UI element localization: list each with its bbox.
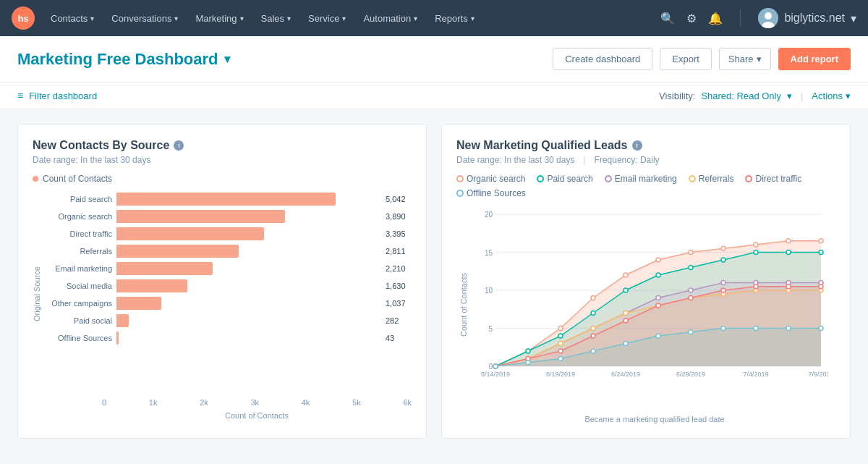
bar-chart-inner: Paid search 5,042 Organic search 3,890 D… — [47, 193, 412, 395]
notifications-icon[interactable]: 🔔 — [708, 12, 723, 25]
bar-fill — [116, 193, 336, 206]
nav-automation[interactable]: Automation▾ — [356, 0, 425, 36]
bar-label: Referrals — [47, 247, 112, 256]
svg-text:6/24/2019: 6/24/2019 — [611, 371, 640, 378]
dashboard-content: New Contacts By Source i Date range: In … — [0, 109, 868, 453]
filter-dashboard-button[interactable]: ≡ Filter dashboard — [17, 90, 97, 101]
bar-track — [116, 210, 377, 223]
svg-point-56 — [558, 342, 563, 346]
bar-fill — [116, 245, 239, 258]
svg-point-69 — [624, 319, 628, 323]
svg-point-75 — [819, 284, 823, 289]
svg-text:7/9/2019: 7/9/2019 — [808, 371, 828, 378]
search-icon[interactable]: 🔍 — [660, 12, 675, 25]
bar-x-tick: 4k — [302, 398, 310, 407]
svg-point-50 — [721, 281, 726, 285]
actions-button[interactable]: Actions ▾ — [812, 90, 851, 101]
svg-point-85 — [786, 326, 791, 331]
bar-fill — [116, 210, 285, 223]
legend-item: Direct traffic — [745, 174, 801, 184]
svg-point-78 — [558, 357, 563, 361]
svg-point-36 — [624, 288, 628, 292]
svg-point-71 — [689, 296, 693, 300]
bar-chart-info-icon[interactable]: i — [174, 140, 184, 151]
bar-chart-subtitle: Date range: In the last 30 days — [33, 155, 412, 165]
top-navigation: hs Contacts▾ Conversations▾ Marketing▾ S… — [0, 0, 868, 36]
bar-x-tick: 1k — [149, 398, 158, 407]
filter-bar: ≡ Filter dashboard Visibility: Shared: R… — [0, 83, 868, 109]
svg-point-81 — [656, 334, 660, 338]
svg-point-37 — [656, 273, 660, 277]
svg-text:10: 10 — [485, 287, 493, 295]
line-chart-legend: Organic searchPaid searchEmail marketing… — [456, 174, 835, 198]
svg-point-58 — [624, 311, 628, 316]
nav-sales[interactable]: Sales▾ — [254, 0, 299, 36]
bar-x-tick: 2k — [200, 398, 208, 407]
line-chart-title: New Marketing Qualified Leads i — [456, 139, 835, 152]
share-button[interactable]: Share ▾ — [719, 48, 771, 70]
svg-text:5: 5 — [488, 325, 493, 333]
export-button[interactable]: Export — [660, 48, 712, 70]
page-title: Marketing Free Dashboard — [17, 50, 218, 69]
bar-value: 282 — [386, 316, 412, 325]
title-dropdown-icon[interactable]: ▾ — [224, 52, 230, 66]
legend-label: Direct traffic — [755, 174, 801, 184]
legend-circle — [537, 175, 544, 182]
bar-track — [116, 332, 377, 345]
nav-utility-icons: 🔍 ⚙ 🔔 biglytics.net ▾ — [660, 8, 856, 28]
nav-conversations[interactable]: Conversations▾ — [104, 0, 185, 36]
svg-text:15: 15 — [485, 249, 493, 257]
visibility-value[interactable]: Shared: Read Only — [701, 90, 781, 101]
svg-text:0: 0 — [488, 363, 493, 371]
user-chevron-icon: ▾ — [851, 12, 856, 25]
settings-icon[interactable]: ⚙ — [686, 12, 697, 25]
nav-contacts[interactable]: Contacts▾ — [43, 0, 101, 36]
bar-x-axis-ticks: 01k2k3k4k5k6k — [102, 398, 412, 407]
legend-label: Offline Sources — [467, 188, 526, 198]
nav-user-menu[interactable]: biglytics.net ▾ — [758, 8, 856, 28]
bar-legend-dot — [33, 176, 38, 182]
bar-row: Organic search 3,890 — [47, 210, 412, 223]
line-y-axis-label: Count of Contacts — [456, 207, 471, 402]
svg-point-73 — [754, 284, 758, 289]
svg-point-70 — [656, 303, 660, 308]
svg-point-74 — [786, 284, 791, 289]
svg-point-68 — [591, 334, 595, 338]
bar-fill — [116, 314, 129, 327]
bar-row: Other campaigns 1,037 — [47, 297, 412, 310]
line-chart-info-icon[interactable]: i — [632, 140, 642, 151]
hubspot-logo[interactable]: hs — [12, 7, 35, 30]
svg-text:7/4/2019: 7/4/2019 — [743, 371, 768, 378]
legend-label: Organic search — [467, 174, 525, 184]
nav-reports[interactable]: Reports▾ — [427, 0, 482, 36]
svg-point-25 — [624, 273, 628, 277]
svg-text:6/14/2019: 6/14/2019 — [481, 371, 510, 378]
bar-label: Paid social — [47, 316, 112, 325]
nav-service[interactable]: Service▾ — [301, 0, 353, 36]
line-chart-subtitle: Date range: In the last 30 days | Freque… — [456, 155, 835, 165]
legend-label: Referrals — [699, 174, 734, 184]
bar-label: Organic search — [47, 212, 112, 221]
bar-value: 1,037 — [386, 299, 412, 308]
legend-circle — [745, 175, 752, 182]
bar-fill — [116, 279, 187, 292]
create-dashboard-button[interactable]: Create dashboard — [553, 48, 652, 70]
legend-item: Email marketing — [605, 174, 677, 184]
header-actions: Create dashboard Export Share ▾ Add repo… — [553, 48, 851, 70]
bar-track — [116, 227, 377, 240]
svg-point-3 — [765, 12, 772, 20]
legend-circle — [456, 175, 464, 182]
bar-fill — [116, 332, 119, 345]
legend-circle — [605, 175, 612, 182]
svg-point-84 — [754, 326, 758, 331]
line-chart-svg-wrapper: 051015206/14/20196/19/20196/24/20196/29/… — [474, 207, 835, 423]
legend-circle — [689, 175, 696, 182]
add-report-button[interactable]: Add report — [778, 48, 851, 70]
legend-label: Email marketing — [615, 174, 677, 184]
visibility-chevron-icon: ▾ — [787, 90, 792, 101]
svg-point-28 — [721, 246, 726, 250]
nav-marketing[interactable]: Marketing▾ — [188, 0, 250, 36]
bar-chart-title: New Contacts By Source i — [33, 139, 412, 152]
svg-text:20: 20 — [485, 211, 493, 219]
svg-point-82 — [689, 330, 693, 334]
